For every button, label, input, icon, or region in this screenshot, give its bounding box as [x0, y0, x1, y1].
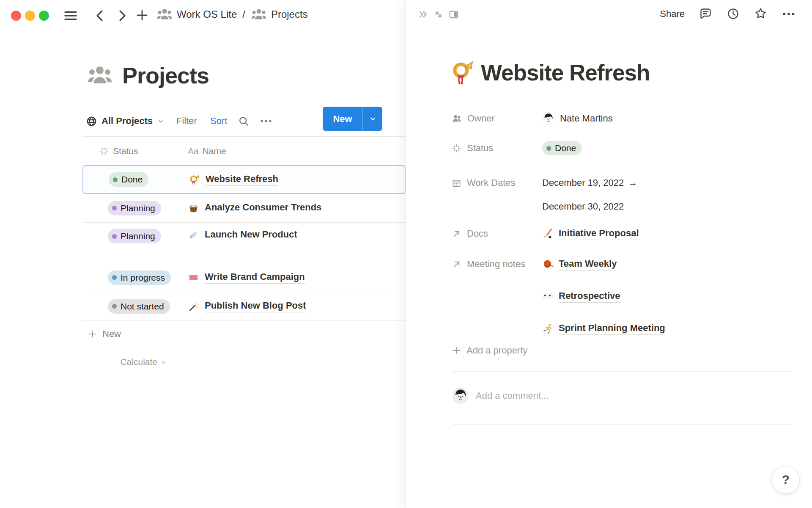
globe-icon [86, 116, 97, 127]
forward-button[interactable] [116, 9, 128, 22]
chevron-down-icon [160, 359, 167, 365]
status-cell[interactable]: In progress [82, 263, 182, 292]
wicker-basket-icon [188, 202, 199, 214]
column-header-name[interactable]: Aa Name [182, 137, 406, 165]
relation-link[interactable]: Retrospective [542, 288, 620, 305]
admission-ticket-icon [188, 272, 199, 283]
back-button[interactable] [94, 9, 106, 22]
status-cell[interactable]: Done [83, 166, 183, 193]
property-label-work-dates[interactable]: Work Dates [452, 174, 542, 191]
search-button[interactable] [238, 111, 250, 131]
page-link[interactable]: Analyze Consumer Trends [205, 202, 321, 214]
calculate-button[interactable]: Calculate [82, 347, 182, 377]
table-new-row-button[interactable]: New [82, 321, 406, 347]
property-label-meeting-notes[interactable]: Meeting notes [452, 256, 542, 273]
status-dot [112, 304, 117, 309]
property-value-work-dates[interactable]: December 19, 2022 → December 30, 2022 [542, 174, 637, 215]
view-selector[interactable]: All Projects [86, 111, 165, 131]
calendar-icon [452, 178, 461, 188]
more-options-icon[interactable] [782, 8, 796, 20]
people-icon [452, 113, 462, 124]
text-type-icon: Aa [188, 146, 199, 156]
status-dot [113, 177, 118, 182]
magic-wand-icon [188, 301, 199, 312]
view-name: All Projects [102, 116, 153, 127]
window-controls [11, 11, 49, 21]
expand-icon[interactable] [433, 9, 444, 20]
name-cell[interactable]: Launch New Product [182, 223, 406, 263]
share-button[interactable]: Share [660, 8, 685, 19]
postal-horn-icon [189, 174, 200, 185]
property-value-meeting-notes: Team Weekly Retrospective Sprint Plannin… [542, 256, 665, 337]
minimize-window-button[interactable] [25, 11, 35, 21]
help-button[interactable]: ? [772, 466, 800, 494]
page-link[interactable]: Write Brand Campaign [205, 271, 305, 284]
double-chevron-right-icon[interactable] [418, 9, 429, 20]
status-cell[interactable]: Planning [82, 194, 182, 222]
history-icon[interactable] [727, 7, 740, 20]
status-spinner-icon [452, 144, 461, 153]
table-row: In progress Write Brand Campaign [82, 263, 406, 292]
new-entry-button[interactable]: New [323, 107, 362, 131]
name-cell[interactable]: Publish New Blog Post [182, 292, 406, 320]
peek-page-title[interactable]: Website Refresh [481, 60, 650, 86]
sidebar-menu-icon[interactable] [62, 7, 79, 24]
breadcrumb-root-label: Work OS Lite [177, 8, 237, 20]
relation-link[interactable]: Team Weekly [542, 256, 617, 273]
zoom-window-button[interactable] [39, 11, 49, 21]
breadcrumb-current[interactable]: Projects [251, 8, 308, 21]
postal-horn-icon [450, 59, 475, 86]
more-options-button[interactable] [259, 111, 273, 131]
table-footer-row: Calculate [82, 347, 406, 377]
status-dot [112, 275, 117, 280]
arrow-up-right-icon [452, 229, 461, 239]
status-dot [112, 206, 117, 210]
breadcrumb-current-label: Projects [271, 8, 308, 20]
status-dot [112, 234, 117, 239]
status-cell[interactable]: Planning [82, 223, 182, 263]
filter-button[interactable]: Filter [176, 111, 197, 131]
people-group-icon [87, 64, 113, 86]
new-page-icon[interactable] [135, 8, 149, 22]
status-dot [546, 146, 551, 151]
status-spinner-icon [99, 146, 109, 156]
favorite-star-icon[interactable] [754, 7, 768, 21]
comment-composer [453, 388, 653, 404]
property-value-owner[interactable]: Nate Martins [542, 110, 613, 127]
close-window-button[interactable] [11, 11, 21, 21]
property-label-docs[interactable]: Docs [452, 225, 542, 242]
property-label-owner[interactable]: Owner [452, 110, 542, 127]
add-property-button[interactable]: Add a property [452, 342, 527, 359]
page-title[interactable]: Projects [122, 62, 209, 88]
breadcrumb-workspace[interactable]: Work OS Lite [156, 8, 237, 21]
peek-page-heading: Website Refresh [450, 59, 650, 86]
relation-link[interactable]: Initiative Proposal [542, 225, 639, 242]
status-cell[interactable]: Not started [82, 292, 182, 320]
property-label-status[interactable]: Status [452, 140, 542, 157]
avatar [453, 388, 469, 404]
page-heading: Projects [87, 62, 209, 88]
date-end: December 30, 2022 [542, 201, 624, 212]
table-row: Planning Analyze Consumer Trends [82, 194, 406, 223]
page-link[interactable]: Launch New Product [205, 229, 297, 241]
side-peek-icon[interactable] [448, 9, 459, 20]
page-link[interactable]: Publish New Blog Post [205, 300, 306, 312]
avatar [542, 112, 555, 125]
property-value-status[interactable]: Done [542, 140, 582, 157]
page-link[interactable]: Website Refresh [206, 174, 278, 186]
table-row: Done Website Refresh [82, 165, 406, 194]
syringe-icon [188, 229, 199, 240]
sort-button[interactable]: Sort [210, 111, 227, 131]
comments-icon[interactable] [699, 7, 713, 21]
relation-link[interactable]: Sprint Planning Meeting [542, 320, 665, 337]
new-entry-dropdown-button[interactable] [363, 107, 382, 131]
comment-input[interactable] [476, 390, 653, 401]
page-actions: Share [660, 7, 796, 21]
notion-window: Work OS Lite / Projects Projects All Pro… [0, 0, 812, 508]
property-row-owner: Owner Nate Martins [452, 110, 613, 127]
name-cell[interactable]: Write Brand Campaign [182, 263, 406, 292]
column-header-status[interactable]: Status [82, 137, 182, 165]
name-cell[interactable]: Website Refresh [183, 166, 405, 193]
field-hockey-icon [542, 228, 554, 240]
name-cell[interactable]: Analyze Consumer Trends [182, 194, 406, 222]
